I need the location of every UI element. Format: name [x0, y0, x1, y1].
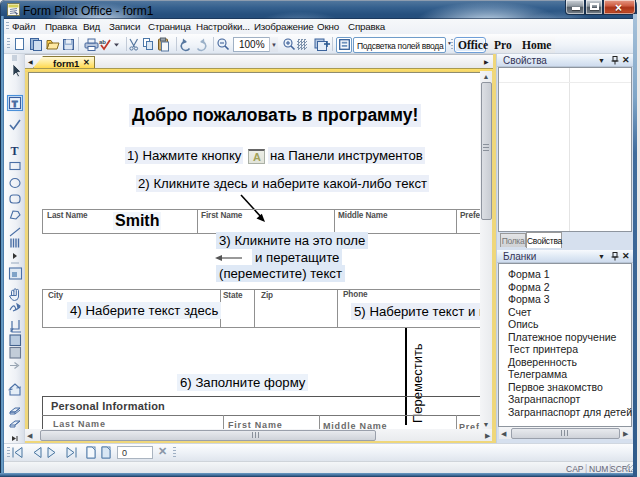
svg-text:ab: ab: [99, 39, 106, 45]
svg-text:T: T: [11, 144, 19, 158]
svg-text:T: T: [12, 99, 18, 109]
